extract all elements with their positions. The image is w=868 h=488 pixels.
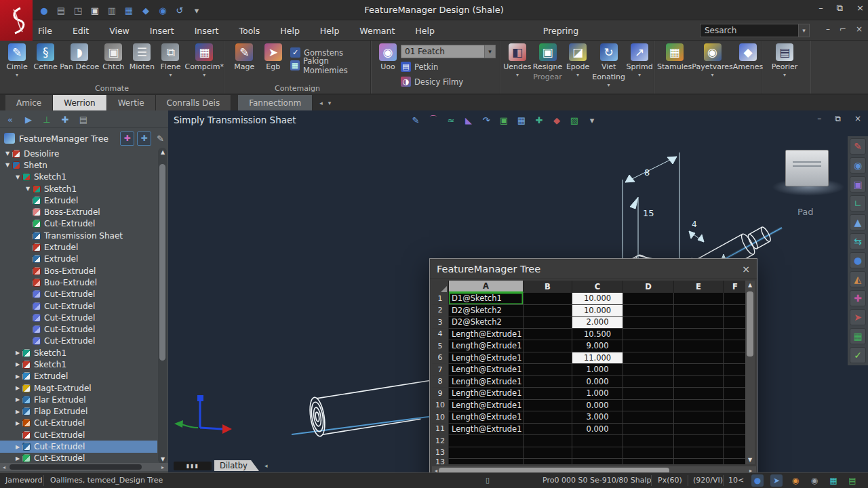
row-number[interactable]: 8 [432,376,449,388]
snow-icon[interactable]: ▲ [850,214,866,230]
tree-item[interactable]: ▶Magt-Extrudel [0,382,157,394]
cell-d[interactable] [623,400,674,412]
scroll-left-icon[interactable]: ◂ [0,464,8,470]
cell-b[interactable] [524,424,572,436]
cell-a[interactable]: Length@Extrude1 [449,400,524,412]
ribbon-button-viet[interactable]: ↻ Viet Eonating ▾ [592,42,625,88]
menu-file[interactable]: File [38,26,52,36]
scroll-right-icon[interactable]: ▸ [747,468,755,472]
pin-icon[interactable]: ◉ [789,474,802,487]
ribbon-button-resigne[interactable]: ▣ Resigne Progear [532,42,564,88]
cell-b[interactable] [524,352,572,365]
tree-item[interactable]: ▶Flap Extrudel [0,406,157,418]
mass-icon[interactable]: ◉ [850,157,866,174]
cell-c[interactable] [572,459,623,464]
tree-item[interactable]: Cut-Extrudel [0,312,157,323]
tree-item[interactable]: ▼Shetn [0,159,157,171]
rocket-icon[interactable]: ➤ [850,309,866,325]
row-number[interactable]: 6 [432,352,449,365]
column-header-e[interactable]: E [674,281,724,293]
cell-d[interactable] [623,435,674,447]
grid-icon[interactable]: ▦ [827,474,840,487]
row-number[interactable]: 5 [432,340,449,352]
collapse-arrow-icon[interactable]: ▶ [13,385,22,391]
collapse-arrow-icon[interactable]: ▶ [13,409,22,415]
cell-e[interactable] [674,376,724,388]
ribbon-row-pakign[interactable]: ▦ Pakign Momiemies [290,59,370,72]
scroll-down-icon[interactable]: ▼ [745,457,755,463]
tree-item[interactable]: Bos-Extrudel [0,265,157,277]
scroll-up-icon[interactable]: ▲ [158,149,167,155]
print-icon[interactable]: ▣ [89,4,101,16]
app-logo[interactable] [0,0,33,41]
row-number[interactable]: 12 [432,435,449,447]
cell-e[interactable] [674,459,724,464]
cell-b[interactable] [524,400,572,412]
cell-a[interactable] [449,459,524,464]
tree-item[interactable]: Extrudel [0,241,157,253]
tree-item[interactable]: Cut-Extrudel [0,429,157,441]
cell-b[interactable] [524,364,572,376]
tree-item[interactable]: Extrudel [0,253,157,265]
menu-help[interactable]: Help [280,26,300,36]
tree-item[interactable]: Extrudel [0,195,157,206]
expand-arrow-icon[interactable]: ▼ [3,162,12,168]
sheet-tab-dilatby[interactable]: Dilatby [214,460,259,471]
tree-item[interactable]: ▼Sketch1 [0,171,157,183]
pad-preview[interactable] [785,150,829,186]
menu-tools[interactable]: Tools [239,26,260,36]
cell-e[interactable] [674,388,724,400]
row-number[interactable]: 11 [432,424,449,436]
cell-b[interactable] [524,447,572,460]
tree-item[interactable]: Cut-Extrudel [0,323,157,335]
menu-edit[interactable]: Edit [73,26,89,36]
cell-f[interactable] [724,293,747,305]
cell-f[interactable] [724,447,747,460]
row-number[interactable]: 4 [432,329,449,341]
tree-item[interactable]: Transmission Shaet [0,230,157,241]
pin2-icon[interactable]: ◉ [808,474,821,487]
cell-c[interactable]: 1.000 [572,388,623,400]
dialog-title-bar[interactable]: FeatureManager Tree × [430,259,757,279]
tab-scroll-left-icon[interactable]: ◂ [319,100,323,106]
cell-e[interactable] [674,411,724,424]
cell-c[interactable]: 10.000 [572,305,623,317]
ribbon-button-7[interactable]: ▦ Compcim* ▾ [185,42,224,78]
cell-d[interactable] [623,305,674,317]
cell-a[interactable]: D1@Sketch1 [449,293,524,305]
row-number[interactable]: 1 [432,293,449,305]
cylinder-wireframe[interactable] [308,378,446,437]
cell-b[interactable] [524,435,572,447]
cell-e[interactable] [674,400,724,412]
tool-caret-icon[interactable]: ▾ [191,4,203,16]
tree-view-icon[interactable]: ⊥ [41,114,53,126]
row-number[interactable]: 9 [432,388,449,400]
cell-c[interactable]: 10.000 [572,293,623,305]
cell-f[interactable] [724,376,747,388]
close-icon[interactable]: × [856,24,863,34]
cell-c[interactable]: 0.000 [572,400,623,412]
row-number[interactable]: 7 [432,364,449,376]
scroll-up-icon[interactable]: ▲ [745,282,755,288]
column-header-d[interactable]: D [623,281,674,293]
menu-prepring[interactable]: Prepring [543,26,578,36]
sheet-tab-caret-icon[interactable]: ◂ [264,462,268,469]
column-header-c[interactable]: C [572,281,623,293]
menu-view[interactable]: View [109,26,130,36]
search-caret-icon[interactable]: ▾ [798,24,809,37]
ribbon-button-uendes[interactable]: ◧ Uendes ▾ [503,42,532,88]
cell-a[interactable] [449,435,524,447]
cell-a[interactable]: D2@Sketch2 [449,317,524,329]
tree-item[interactable]: ▼Sketch1 [0,183,157,195]
tree-item[interactable]: ▼Desiolire [0,148,157,159]
cell-c[interactable]: 10.500 [572,329,623,341]
row-number[interactable]: 10 [432,411,449,424]
row-number[interactable]: 13 [432,447,449,460]
cell-b[interactable] [524,305,572,317]
cell-f[interactable] [724,424,747,436]
ribbon-button-egb[interactable]: ➤ Egb [259,42,288,71]
pencil-icon[interactable]: ✎ [157,134,164,144]
ribbon-button-5[interactable]: ☰ Mioten [127,42,156,78]
cell-c[interactable] [572,447,623,460]
tree-item[interactable]: ▶Cut-Extrudel [0,441,157,452]
